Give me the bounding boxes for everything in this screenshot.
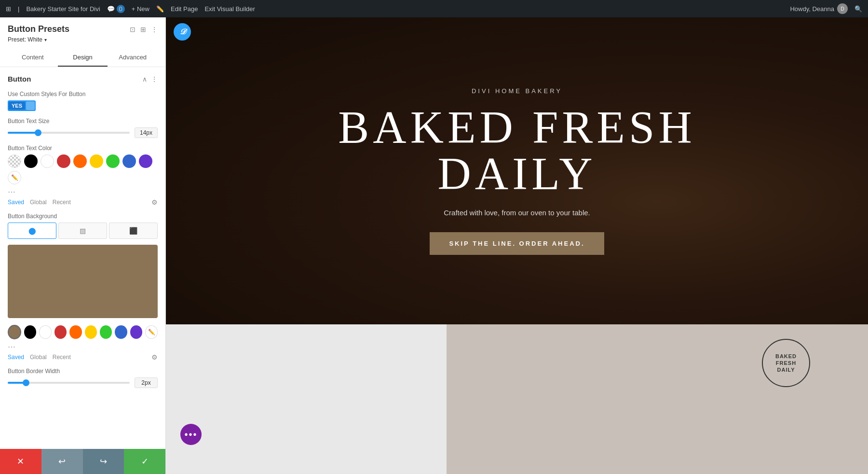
tab-design[interactable]: Design [58, 49, 108, 67]
border-width-field: Button Border Width 2px [8, 368, 158, 388]
panel-title-icons: ⊡ ⊞ ⋮ [130, 26, 158, 33]
color-tab-saved[interactable]: Saved [8, 199, 24, 206]
text-color-label: Button Text Color [8, 145, 158, 152]
section-title: Button [8, 75, 31, 83]
bg-selected-swatch[interactable] [8, 325, 21, 339]
preview-img-area [447, 324, 868, 474]
bg-color-yellow[interactable] [85, 325, 97, 339]
bg-gradient-btn[interactable]: ▨ [58, 223, 107, 239]
wp-logo-icon[interactable]: ⊞ [6, 5, 11, 13]
undo-icon: ↩ [58, 456, 66, 467]
cancel-button[interactable]: ✕ [0, 449, 41, 474]
left-panel: Button Presets ⊡ ⊞ ⋮ Preset: White ▾ Con… [0, 17, 166, 474]
tabs-row: Content Design Advanced [8, 49, 158, 67]
color-tab-global[interactable]: Global [30, 199, 47, 206]
hero-title: BAKED FRESH DAILY [338, 104, 695, 197]
text-color-red[interactable] [57, 154, 70, 168]
redo-icon: ↪ [100, 456, 107, 467]
preset-dropdown-arrow[interactable]: ▾ [44, 37, 47, 42]
bg-solid-btn[interactable]: ⬤ [8, 223, 56, 239]
text-size-field: Button Text Size 14px [8, 118, 158, 138]
save-button[interactable]: ✓ [124, 449, 165, 474]
exit-builder-link[interactable]: Exit Visual Builder [204, 5, 255, 13]
comments-link[interactable]: 💬 0 [107, 5, 125, 13]
admin-bar: ⊞ | Bakery Starter Site for Divi 💬 0 + N… [0, 0, 868, 17]
bg-color-purple[interactable] [130, 325, 142, 339]
bg-dots-more[interactable]: ⋯ [8, 342, 158, 351]
duplicate-icon[interactable]: ⊡ [130, 26, 136, 33]
bg-color-black[interactable] [24, 325, 36, 339]
slider-thumb[interactable] [35, 129, 41, 136]
admin-bar-left: ⊞ | Bakery Starter Site for Divi 💬 0 + N… [6, 5, 782, 13]
text-color-yellow[interactable] [90, 154, 103, 168]
text-color-purple[interactable] [139, 154, 152, 168]
custom-styles-label: Use Custom Styles For Button [8, 91, 158, 98]
text-color-custom[interactable]: ✏️ [8, 171, 21, 184]
user-avatar: D [837, 3, 848, 14]
divi-toolbar-btn[interactable]: 𝒟 [174, 23, 191, 41]
cancel-icon: ✕ [17, 456, 24, 467]
new-link[interactable]: + New [132, 5, 149, 13]
bottom-bar: ✕ ↩ ↪ ✓ [0, 449, 165, 474]
bg-color-orange[interactable] [69, 325, 81, 339]
bg-color-tab-saved[interactable]: Saved [8, 354, 24, 361]
text-size-slider-track[interactable] [8, 132, 130, 134]
admin-bar-right: Howdy, Deanna D 🔍 [790, 3, 862, 14]
border-width-track[interactable] [8, 382, 130, 384]
border-slider-thumb[interactable] [23, 379, 29, 386]
site-name-link[interactable]: Bakery Starter Site for Divi [26, 5, 100, 13]
bg-color-swatches-row: ✏️ [8, 325, 158, 339]
tab-content[interactable]: Content [8, 49, 58, 67]
color-settings-icon[interactable]: ⚙ [151, 198, 158, 206]
grid-icon[interactable]: ⊞ [140, 26, 146, 33]
panel-title: Button Presets [8, 24, 69, 34]
howdy-text: Howdy, Deanna [790, 5, 834, 13]
text-color-blue[interactable] [122, 154, 136, 168]
bg-color-tab-global[interactable]: Global [30, 354, 47, 361]
text-color-row: ✏️ [8, 154, 158, 184]
text-color-white[interactable] [41, 154, 54, 168]
bg-color-green[interactable] [100, 325, 112, 339]
panel-header: Button Presets ⊡ ⊞ ⋮ Preset: White ▾ Con… [0, 17, 165, 67]
preset-label: Preset: White ▾ [8, 36, 158, 43]
bg-color-custom[interactable]: ✏️ [145, 325, 158, 339]
redo-button[interactable]: ↪ [83, 449, 124, 474]
circle-stamp-text: BAKEDFRESHDAILY [775, 353, 797, 374]
preset-label-text: Preset: White [8, 36, 42, 43]
color-dots-more[interactable]: ⋯ [8, 187, 158, 196]
hero-cta-button[interactable]: SKIP THE LINE. ORDER AHEAD. [430, 232, 604, 255]
collapse-icon[interactable]: ∧ [142, 75, 147, 83]
text-color-black[interactable] [24, 154, 38, 168]
bg-image-btn[interactable]: ⬛ [109, 223, 158, 239]
bg-color-blue[interactable] [115, 325, 127, 339]
bg-color-preview[interactable] [8, 245, 158, 318]
custom-styles-toggle[interactable]: YES [8, 100, 36, 111]
text-size-value: 14px [135, 127, 158, 138]
color-tab-recent[interactable]: Recent [53, 199, 71, 206]
bg-color-red[interactable] [54, 325, 67, 339]
text-color-green[interactable] [106, 154, 120, 168]
edit-page-link[interactable]: Edit Page [171, 5, 198, 13]
save-icon: ✓ [141, 456, 149, 467]
hero-title-line2: DAILY [338, 151, 695, 197]
text-color-orange[interactable] [73, 154, 87, 168]
separator: ✏️ [156, 5, 164, 13]
toggle-yes-text: YES [9, 102, 25, 110]
bg-color-settings-icon[interactable]: ⚙ [151, 353, 158, 361]
section-more-icon[interactable]: ⋮ [151, 75, 158, 83]
text-color-transparent[interactable] [8, 154, 21, 168]
preview-area: 𝒟 DIVI HOME BAKERY BAKED FRESH DAILY Cra… [166, 17, 868, 474]
bg-color-tab-recent[interactable]: Recent [53, 354, 71, 361]
comment-count: 0 [117, 5, 125, 13]
text-size-slider-row: 14px [8, 127, 158, 138]
main-layout: Button Presets ⊡ ⊞ ⋮ Preset: White ▾ Con… [0, 17, 868, 474]
purple-menu-button[interactable]: ••• [180, 424, 202, 445]
more-icon[interactable]: ⋮ [151, 26, 158, 33]
howdy-section: Howdy, Deanna D [790, 3, 848, 14]
search-icon[interactable]: 🔍 [854, 5, 862, 13]
undo-button[interactable]: ↩ [41, 449, 83, 474]
bg-color-swatches-field: ✏️ ⋯ Saved Global Recent ⚙ [8, 325, 158, 361]
panel-title-row: Button Presets ⊡ ⊞ ⋮ [8, 24, 158, 34]
bg-color-white[interactable] [39, 325, 52, 339]
tab-advanced[interactable]: Advanced [108, 49, 158, 67]
